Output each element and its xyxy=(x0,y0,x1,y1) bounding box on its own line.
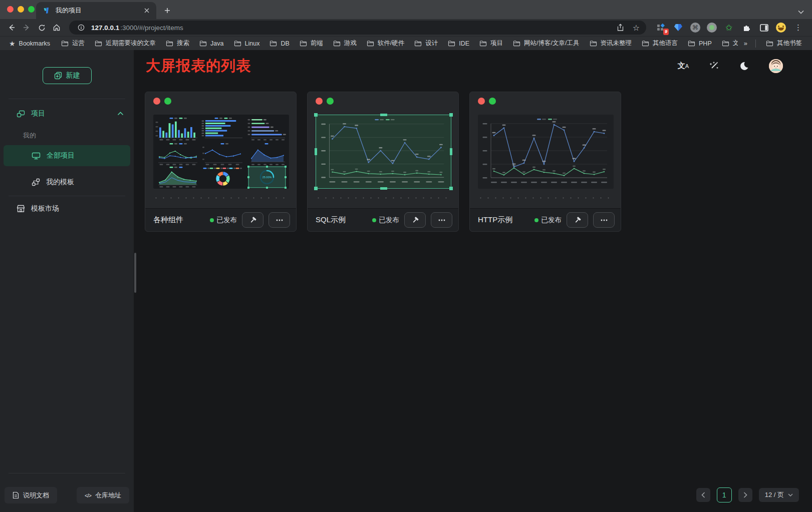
recorder-extension-icon[interactable] xyxy=(707,23,717,33)
next-page-button[interactable] xyxy=(738,488,752,502)
folder-icon xyxy=(166,40,173,47)
folder-icon xyxy=(766,40,773,47)
site-info-icon[interactable] xyxy=(75,22,87,34)
browser-tab[interactable]: 我的项目 xyxy=(36,2,156,19)
current-page-button[interactable]: 1 xyxy=(717,487,732,502)
code-icon: </> xyxy=(85,492,91,498)
pagination: 1 12 / 页 xyxy=(696,487,799,502)
gem-extension-icon[interactable] xyxy=(673,22,684,33)
bookmark-folder[interactable]: IDE xyxy=(444,39,473,49)
bookmarks-root-label: Bookmarks xyxy=(19,40,51,47)
user-avatar[interactable] xyxy=(769,59,783,73)
browser-toolbar: 127.0.0.1 :3000/#/project/items ☆ 9 ⌘ ✩ xyxy=(0,19,812,36)
dark-mode-moon-icon[interactable] xyxy=(739,61,749,71)
green-dot-icon xyxy=(489,98,496,105)
bookmark-folder[interactable]: 软件/硬件 xyxy=(363,38,408,49)
bookmarks-bar: ★ Bookmarks 运营 近期需要读的文章 搜索 Java Linux xyxy=(0,36,812,50)
sidebar-footer: 说明文档 </> 仓库地址 xyxy=(5,487,129,503)
bookmark-folder[interactable]: 项目 xyxy=(475,38,507,49)
folder-icon xyxy=(590,40,597,47)
bookmark-folder[interactable]: 前端 xyxy=(296,38,327,49)
bookmark-folder[interactable]: DB xyxy=(265,39,293,49)
bookmark-folder[interactable]: PHP xyxy=(684,39,716,49)
project-name: 各种组件 xyxy=(153,215,183,225)
prev-page-button[interactable] xyxy=(696,488,710,502)
forward-icon[interactable] xyxy=(20,21,33,34)
tab-manager-extension-icon[interactable]: 9 xyxy=(655,22,666,33)
bookmarks-root[interactable]: ★ Bookmarks xyxy=(6,39,53,49)
new-project-button[interactable]: 新建 xyxy=(43,67,92,84)
new-project-label: 新建 xyxy=(66,71,80,80)
bookmark-folder[interactable]: Java xyxy=(195,39,227,49)
edit-project-button[interactable] xyxy=(567,212,588,228)
page-title: 大屏报表的列表 xyxy=(146,56,251,76)
bookmark-folder[interactable]: 设计 xyxy=(410,38,442,49)
profile-avatar-icon[interactable] xyxy=(776,23,786,33)
folder-icon xyxy=(414,40,422,47)
sidebar-group-project-label: 项目 xyxy=(31,109,45,118)
sidebar-item-my-templates[interactable]: 我的模板 xyxy=(0,172,134,192)
zoom-window-button[interactable] xyxy=(28,6,35,13)
bookmark-folder[interactable]: 资讯未整理 xyxy=(586,38,636,49)
back-icon[interactable] xyxy=(5,21,18,34)
chrome-menu-icon[interactable]: ⋮ xyxy=(792,23,804,32)
bookmark-folder[interactable]: 游戏 xyxy=(329,38,361,49)
bookmark-folder[interactable]: 网站/博客/文章/工具 xyxy=(509,38,583,49)
card-footer: HTTP示例 已发布 xyxy=(470,208,621,231)
side-panel-icon[interactable] xyxy=(758,22,769,33)
divider xyxy=(9,196,125,196)
extensions-puzzle-icon[interactable] xyxy=(741,22,752,33)
folder-icon xyxy=(61,40,69,47)
tab-search-icon[interactable] xyxy=(798,10,812,14)
edit-project-button[interactable] xyxy=(242,212,263,228)
bookmark-folder-label: 设计 xyxy=(425,39,438,48)
bookmark-folder[interactable]: 文件服务器 xyxy=(718,38,738,49)
close-window-button[interactable] xyxy=(7,6,14,13)
magic-wand-icon[interactable] xyxy=(709,61,719,71)
command-extension-icon[interactable]: ⌘ xyxy=(690,23,700,33)
sql-line-chart xyxy=(316,115,451,188)
bookmark-folder[interactable]: 搜索 xyxy=(162,38,193,49)
bookmark-folder[interactable]: 近期需要读的文章 xyxy=(91,38,160,49)
chevron-up-icon[interactable] xyxy=(117,112,124,116)
minimize-window-button[interactable] xyxy=(18,6,24,13)
address-bar[interactable]: 127.0.0.1 :3000/#/project/items ☆ xyxy=(69,21,646,35)
bookmarks-overflow-chevron[interactable]: » xyxy=(742,40,749,47)
language-icon[interactable]: 文A xyxy=(678,61,689,71)
folder-icon xyxy=(688,40,695,47)
tab-close-icon[interactable] xyxy=(142,6,151,15)
share-icon[interactable] xyxy=(614,22,626,34)
template-flow-icon xyxy=(32,178,40,186)
project-card-list: 25.00% 各种组件 已发布 xyxy=(134,92,812,232)
home-icon[interactable] xyxy=(50,21,63,34)
sidebar-item-all-projects[interactable]: 全部项目 xyxy=(4,145,130,166)
edit-project-button[interactable] xyxy=(404,212,426,228)
bookmark-star-icon[interactable]: ☆ xyxy=(630,22,642,34)
bookmarks-divider xyxy=(755,40,756,48)
other-bookmarks[interactable]: 其他书签 xyxy=(762,38,806,49)
repo-button[interactable]: </> 仓库地址 xyxy=(77,487,129,503)
header-icons: 文A xyxy=(678,59,783,73)
docs-button[interactable]: 说明文档 xyxy=(5,487,57,503)
project-card: SQL示例 已发布 xyxy=(307,92,459,232)
page-size-select[interactable]: 12 / 页 xyxy=(759,488,799,502)
folder-icon xyxy=(300,40,307,47)
star-extension-icon[interactable]: ✩ xyxy=(723,22,734,33)
folder-icon xyxy=(722,40,729,47)
more-options-button[interactable] xyxy=(268,212,290,228)
more-options-button[interactable] xyxy=(431,212,452,228)
bookmark-folder-label: PHP xyxy=(699,40,712,47)
hammer-icon xyxy=(574,216,582,224)
bookmark-folder[interactable]: 其他语言 xyxy=(638,38,682,49)
folder-icon xyxy=(448,40,455,47)
sidebar-item-template-market[interactable]: 模板市场 xyxy=(0,200,134,218)
ellipsis-icon xyxy=(601,219,608,221)
new-tab-button[interactable] xyxy=(160,4,174,18)
reload-icon[interactable] xyxy=(35,21,48,34)
sidebar-group-project[interactable]: 项目 xyxy=(0,103,134,125)
card-window-dots xyxy=(153,98,171,105)
folder-icon xyxy=(199,40,207,47)
more-options-button[interactable] xyxy=(593,212,615,228)
bookmark-folder[interactable]: Linux xyxy=(230,39,264,49)
bookmark-folder[interactable]: 运营 xyxy=(57,38,89,49)
